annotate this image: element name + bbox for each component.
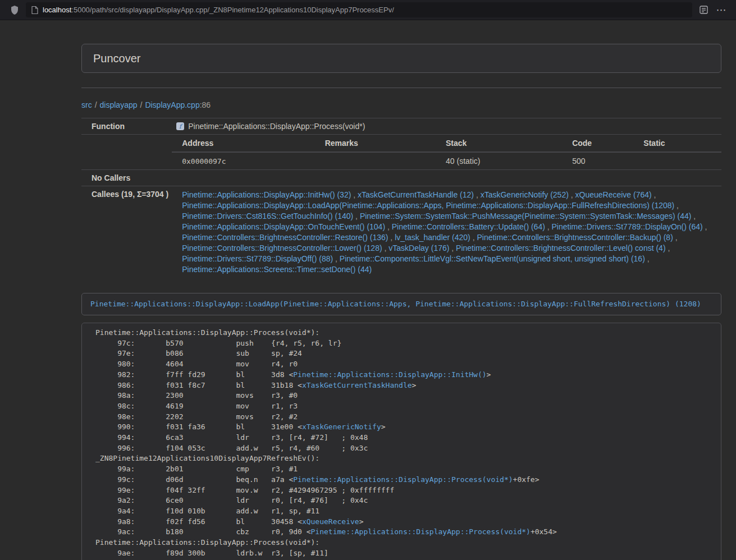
callee-link[interactable]: vTaskDelay (176)	[388, 244, 449, 253]
callee-link[interactable]: Pinetime::Controllers::BrightnessControl…	[182, 233, 388, 242]
function-row-label: Function	[81, 118, 172, 135]
breadcrumb-link-src[interactable]: src	[81, 100, 92, 109]
breadcrumb-link-file[interactable]: DisplayApp.cpp	[145, 100, 199, 109]
disassembly-text: 982: f7ff fd29 bl 3d8 <	[95, 370, 293, 379]
callee-separator: ,	[449, 244, 456, 253]
callee-link[interactable]: Pinetime::Controllers::BrightnessControl…	[477, 233, 673, 242]
callee-link[interactable]: xQueueReceive (764)	[575, 190, 652, 199]
callee-link[interactable]: Pinetime::Controllers::BrightnessControl…	[182, 244, 382, 253]
callee-separator: ,	[674, 201, 679, 210]
disassembly-text: 980: 4604 mov r4, r0	[95, 360, 298, 368]
breadcrumb-link-displayapp[interactable]: displayapp	[100, 100, 138, 109]
callee-separator: ,	[470, 233, 477, 242]
disassembly-text: 98a: 2300 movs r3, #0	[95, 391, 298, 400]
callee-link[interactable]: Pinetime::Applications::DisplayApp::Init…	[182, 190, 351, 199]
disassembly-text: +0x54>	[531, 527, 557, 536]
callee-separator: ,	[545, 222, 552, 231]
page-content: Puncover src/displayapp/DisplayApp.cpp:8…	[0, 20, 736, 560]
disassembly-text: >	[381, 423, 386, 431]
disassembly-text: 97e: b086 sub sp, #24	[95, 349, 302, 357]
disassembly-panel: Pinetime::Applications::DisplayApp::Proc…	[81, 323, 721, 560]
callee-separator: ,	[353, 212, 360, 221]
callee-link[interactable]: xTaskGetCurrentTaskHandle (12)	[358, 190, 474, 199]
callee-link[interactable]: Pinetime::Drivers::Cst816S::GetTouchInfo…	[182, 212, 353, 221]
callee-separator: ,	[474, 190, 481, 199]
disassembly-symbol-link[interactable]: Pinetime::Applications::DisplayApp::Proc…	[293, 475, 513, 484]
symbol-banner: Pinetime::Applications::DisplayApp::Load…	[81, 293, 721, 315]
col-stack: Stack	[436, 135, 562, 152]
callee-link[interactable]: Pinetime::Components::LittleVgl::SetNewT…	[340, 254, 645, 263]
callee-separator: ,	[569, 190, 575, 199]
breadcrumb: src/displayapp/DisplayApp.cpp:86	[81, 99, 721, 111]
disassembly-symbol-link[interactable]: xTaskGenericNotify	[302, 423, 381, 431]
disassembly-text: 9ae: f89d 300b ldrb.w r3, [sp, #11]	[95, 549, 328, 557]
callees-label: Callees (19, Σ=3704 )	[81, 186, 172, 279]
disassembly-text: +0xfe>	[513, 475, 540, 484]
url-path: :5000/path/src/displayapp/DisplayApp.cpp…	[71, 6, 394, 14]
url-host: localhost	[43, 6, 71, 14]
callee-separator: ,	[652, 190, 656, 199]
disassembly-code: Pinetime::Applications::DisplayApp::Proc…	[95, 328, 712, 560]
url-text: localhost:5000/path/src/displayapp/Displ…	[43, 6, 394, 14]
callee-link[interactable]: Pinetime::Controllers::BrightnessControl…	[456, 244, 665, 253]
no-callers-label: No Callers	[81, 170, 172, 186]
url-bar[interactable]: localhost:5000/path/src/displayapp/Displ…	[26, 2, 692, 17]
remarks-value	[315, 152, 436, 169]
divider	[81, 88, 721, 88]
disassembly-symbol-link[interactable]: xTaskGetCurrentTaskHandle	[302, 381, 412, 389]
disassembly-text: Pinetime::Applications::DisplayApp::Proc…	[95, 328, 319, 337]
disassembly-text: 98e: 2202 movs r2, #2	[95, 412, 298, 421]
disassembly-symbol-link[interactable]: xQueueReceive	[302, 517, 359, 526]
callee-link[interactable]: Pinetime::Controllers::Battery::Update()…	[392, 222, 545, 231]
col-address: Address	[172, 135, 314, 152]
disassembly-symbol-link[interactable]: Pinetime::Applications::DisplayApp::Init…	[293, 370, 486, 379]
disassembly-text: 9a8: f02f fd56 bl 30458 <	[95, 517, 302, 526]
disassembly-symbol-link[interactable]: Pinetime::Applications::DisplayApp::Proc…	[311, 527, 531, 536]
static-value	[633, 152, 721, 169]
disassembly-text: 99a: 2b01 cmp r3, #1	[95, 465, 298, 473]
breadcrumb-line-number: :86	[200, 100, 211, 109]
disassembly-text: 9a4: f10d 010b add.w r1, sp, #11	[95, 507, 319, 515]
disassembly-text: 986: f031 f8c7 bl 31b18 <	[95, 381, 302, 389]
disassembly-text: 99e: f04f 32ff mov.w r2, #4294967295 ; 0…	[95, 486, 394, 494]
callee-link[interactable]: Pinetime::Applications::DisplayApp::OnTo…	[182, 222, 385, 231]
page-title: Puncover	[93, 52, 710, 65]
callee-link[interactable]: Pinetime::System::SystemTask::PushMessag…	[360, 212, 692, 221]
more-menu-glyph: ⋯	[716, 5, 727, 15]
more-menu-icon[interactable]: ⋯	[715, 3, 728, 17]
function-symbol-name: Pinetime::Applications::DisplayApp::Proc…	[188, 122, 365, 131]
callee-link[interactable]: Pinetime::Applications::DisplayApp::Load…	[182, 201, 674, 210]
disassembly-text: >	[359, 517, 364, 526]
callee-link[interactable]: xTaskGenericNotify (252)	[481, 190, 569, 199]
disassembly-text: 996: f104 053c add.w r5, r4, #60 ; 0x3c	[95, 444, 368, 452]
browser-toolbar: localhost:5000/path/src/displayapp/Displ…	[0, 0, 736, 20]
breadcrumb-separator: /	[140, 100, 143, 109]
code-size-value: 500	[562, 152, 633, 169]
disassembly-text: 9ac: b180 cbz r0, 9d0 <	[95, 527, 311, 536]
function-symbol-icon: f	[176, 122, 185, 131]
callees-list: Pinetime::Applications::DisplayApp::Init…	[172, 186, 721, 279]
callee-separator: ,	[385, 222, 392, 231]
tracking-protection-shield-icon[interactable]	[8, 3, 21, 17]
address-value: 0x0000097c	[172, 152, 314, 169]
callee-separator: ,	[703, 222, 707, 231]
callee-link[interactable]: lv_task_handler (420)	[395, 233, 470, 242]
callee-separator: ,	[388, 233, 395, 242]
reader-view-icon[interactable]	[697, 3, 710, 17]
callee-separator: ,	[673, 233, 678, 242]
disassembly-text: 9a2: 6ce0 ldr r0, [r4, #76] ; 0x4c	[95, 496, 368, 504]
callee-link[interactable]: Pinetime::Drivers::St7789::DisplayOn() (…	[552, 222, 703, 231]
callee-separator: ,	[351, 190, 358, 199]
col-code: Code	[562, 135, 633, 152]
disassembly-text: 990: f031 fa36 bl 31e00 <	[95, 423, 302, 431]
function-row: Function f Pinetime::Applications::Displ…	[81, 118, 721, 135]
disassembly-text: _ZN8Pinetime12Applications10DisplayApp7R…	[95, 454, 319, 462]
app-header: Puncover	[81, 44, 721, 73]
callee-separator: ,	[645, 254, 650, 263]
function-symbol-cell: f Pinetime::Applications::DisplayApp::Pr…	[172, 118, 721, 135]
callee-link[interactable]: Pinetime::Applications::Screens::Timer::…	[182, 265, 372, 274]
callee-separator: ,	[666, 244, 670, 253]
col-static: Static	[633, 135, 721, 152]
disassembly-text: 98c: 4619 mov r1, r3	[95, 402, 298, 410]
callee-link[interactable]: Pinetime::Drivers::St7789::DisplayOff() …	[182, 254, 333, 263]
